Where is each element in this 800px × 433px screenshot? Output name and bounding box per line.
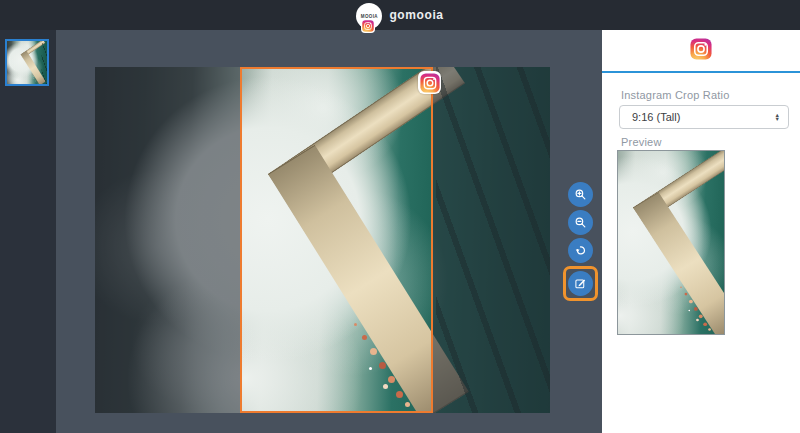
instagram-icon <box>420 73 440 93</box>
editor-canvas <box>56 30 602 433</box>
brand-logo[interactable]: MOOIA gomooia <box>356 1 443 29</box>
edit-button[interactable] <box>568 271 593 296</box>
brand-logo-text: MOOIA <box>361 14 378 19</box>
rotate-ccw-icon <box>574 244 587 257</box>
instagram-badge <box>361 19 375 33</box>
crop-rectangle[interactable] <box>240 67 433 413</box>
instagram-badge <box>418 71 441 94</box>
people-dots <box>681 286 683 288</box>
preview-photo <box>618 151 724 334</box>
tool-stack <box>561 182 599 301</box>
instagram-icon <box>690 38 712 60</box>
main-row: Instagram Crop Ratio 9:16 (Tall) ▲ ▼ Pre… <box>0 30 800 433</box>
instagram-icon <box>362 20 374 32</box>
pier-lower-segment <box>633 192 724 334</box>
edit-button-highlight <box>563 266 598 301</box>
crop-mask-right <box>433 67 550 413</box>
crop-ratio-label: Instagram Crop Ratio <box>621 89 730 101</box>
image-thumbnail[interactable] <box>5 39 49 86</box>
thumbnail-rail <box>0 30 56 433</box>
pool-lane-lines <box>41 41 47 84</box>
brand-logo-circle: MOOIA <box>356 3 382 29</box>
crop-ratio-value: 9:16 (Tall) <box>632 111 680 123</box>
app-root: MOOIA gomooia <box>0 0 800 433</box>
edit-pencil-icon <box>574 277 587 290</box>
zoom-in-button[interactable] <box>568 182 593 207</box>
image-stage[interactable] <box>95 67 550 413</box>
panel-divider <box>602 71 800 73</box>
zoom-in-icon <box>574 188 587 201</box>
zoom-out-button[interactable] <box>568 210 593 235</box>
brand-name: gomooia <box>389 8 443 22</box>
panel-instagram-icon <box>690 38 712 60</box>
settings-panel: Instagram Crop Ratio 9:16 (Tall) ▲ ▼ Pre… <box>602 30 800 433</box>
zoom-out-icon <box>574 216 587 229</box>
crop-ratio-select[interactable]: 9:16 (Tall) ▲ ▼ <box>619 105 789 129</box>
rotate-button[interactable] <box>568 238 593 263</box>
ocean-pool-photo <box>618 151 724 334</box>
thumbnail-photo <box>7 41 47 84</box>
crop-mask-left <box>95 67 240 413</box>
ocean-pool-photo <box>7 41 47 84</box>
preview-label: Preview <box>621 136 662 148</box>
app-header: MOOIA gomooia <box>0 0 800 30</box>
preview-box <box>617 150 725 335</box>
up-down-arrows-icon: ▲ ▼ <box>775 113 780 122</box>
